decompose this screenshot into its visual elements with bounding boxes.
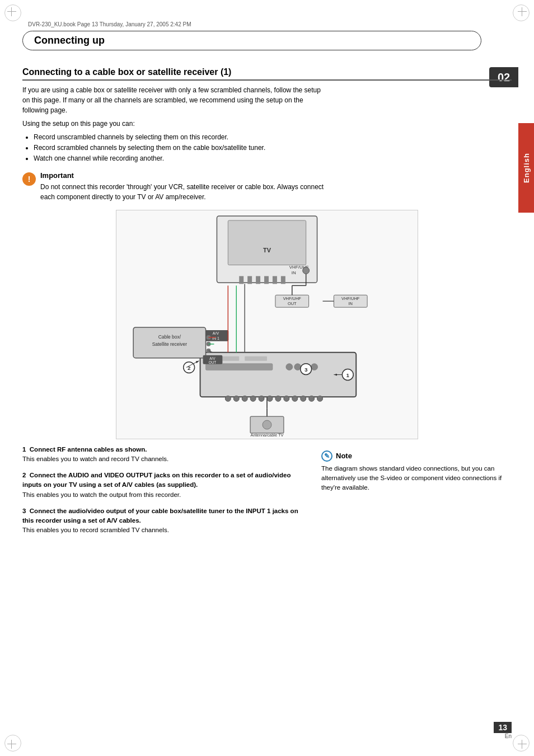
svg-text:3: 3 xyxy=(305,366,308,372)
connection-diagram: TV VHF/UHF IN VHF/UHF OUT VHF/UHF IN xyxy=(116,210,418,439)
step-3: 3 Connect the audio/video output of your… xyxy=(22,506,310,536)
svg-point-29 xyxy=(242,396,247,401)
diagram-svg: TV VHF/UHF IN VHF/UHF OUT VHF/UHF IN xyxy=(116,210,418,439)
align-mark-tr xyxy=(518,7,527,16)
note-text: The diagram shows standard video connect… xyxy=(321,464,512,493)
svg-point-27 xyxy=(225,396,231,401)
important-content: Important Do not connect this recorder '… xyxy=(40,171,325,202)
file-meta: DVR-230_KU.book Page 13 Thursday, Januar… xyxy=(28,21,191,27)
svg-text:VHF/UHF: VHF/UHF xyxy=(341,296,360,301)
svg-point-33 xyxy=(275,396,281,401)
svg-rect-7 xyxy=(264,276,269,284)
steps-section: 1 Connect RF antenna cables as shown. Th… xyxy=(22,445,512,542)
svg-rect-5 xyxy=(247,276,252,284)
step-1-title: Connect RF antenna cables as shown. xyxy=(30,446,147,453)
svg-text:1: 1 xyxy=(346,372,350,378)
svg-text:IN: IN xyxy=(292,270,296,275)
step-2-title: Connect the AUDIO and VIDEO OUTPUT jacks… xyxy=(22,472,291,488)
step-2-detail: This enables you to watch the output fro… xyxy=(22,490,310,500)
page-number-area: 13 En xyxy=(494,722,512,739)
section-heading: Connecting to a cable box or satellite r… xyxy=(22,67,512,81)
svg-text:OUT: OUT xyxy=(288,301,297,306)
bullet-item: Record unscrambled channels by selecting… xyxy=(34,132,313,143)
svg-text:OUT: OUT xyxy=(209,360,217,364)
align-mark-tl xyxy=(7,7,16,16)
important-box: ! Important Do not connect this recorder… xyxy=(22,171,325,202)
svg-point-55 xyxy=(263,420,271,429)
svg-point-36 xyxy=(301,396,306,401)
step-1-detail: This enables you to watch and record TV … xyxy=(22,454,310,464)
svg-point-24 xyxy=(294,363,301,370)
page-title: Connecting up xyxy=(34,35,105,46)
svg-point-35 xyxy=(292,396,298,401)
important-icon: ! xyxy=(22,172,36,186)
header-bar: Connecting up xyxy=(22,31,481,50)
important-text: Do not connect this recorder 'through' y… xyxy=(40,182,325,202)
step-2: 2 Connect the AUDIO and VIDEO OUTPUT jac… xyxy=(22,471,310,500)
svg-point-32 xyxy=(267,396,273,401)
svg-point-38 xyxy=(317,396,323,401)
steps-list: 1 Connect RF antenna cables as shown. Th… xyxy=(22,445,310,542)
note-box: ✎ Note The diagram shows standard video … xyxy=(321,450,512,542)
svg-text:wall outlet: wall outlet xyxy=(257,438,277,439)
svg-rect-21 xyxy=(245,356,267,360)
feature-list: Record unscrambled channels by selecting… xyxy=(22,132,313,165)
page-number-badge: 13 xyxy=(494,722,512,733)
svg-point-26 xyxy=(311,363,318,370)
bullet-item: Record scrambled channels by selecting t… xyxy=(34,143,313,153)
intro-paragraph-2: Using the setup on this page you can: xyxy=(22,119,325,129)
svg-text:Satellite receiver: Satellite receiver xyxy=(152,341,188,346)
svg-rect-4 xyxy=(239,276,243,284)
align-mark-bl xyxy=(7,740,16,749)
svg-text:Cable box/: Cable box/ xyxy=(158,334,181,339)
align-mark-br xyxy=(518,740,527,749)
svg-rect-8 xyxy=(273,276,277,284)
step-2-number: 2 xyxy=(22,472,26,478)
language-bar: English xyxy=(518,123,534,213)
main-content: Connecting up Connecting to a cable box … xyxy=(22,31,512,734)
bullet-item: Watch one channel while recording anothe… xyxy=(34,153,313,164)
page-lang-suffix: En xyxy=(494,733,512,739)
svg-point-30 xyxy=(250,396,256,401)
step-3-number: 3 xyxy=(22,508,26,514)
step-3-title: Connect the audio/video output of your c… xyxy=(22,508,298,524)
language-label: English xyxy=(522,153,531,183)
note-header: ✎ Note xyxy=(321,450,512,462)
svg-point-31 xyxy=(259,396,264,401)
svg-rect-6 xyxy=(256,276,260,284)
svg-rect-9 xyxy=(281,276,285,284)
note-icon: ✎ xyxy=(321,450,332,462)
svg-point-28 xyxy=(233,396,239,401)
svg-point-37 xyxy=(309,396,315,401)
svg-point-23 xyxy=(286,363,293,370)
svg-point-12 xyxy=(303,267,310,274)
important-title: Important xyxy=(40,171,325,180)
svg-text:A/V: A/V xyxy=(209,356,216,360)
svg-rect-22 xyxy=(206,363,273,370)
intro-paragraph-1: If you are using a cable box or satellit… xyxy=(22,85,325,115)
note-title: Note xyxy=(336,452,352,460)
step-3-detail: This enables you to record scrambled TV … xyxy=(22,525,310,535)
svg-text:TV: TV xyxy=(263,246,271,253)
svg-text:A/V: A/V xyxy=(213,331,219,335)
svg-rect-2 xyxy=(228,220,306,265)
svg-text:Antenna/cable TV: Antenna/cable TV xyxy=(250,433,283,438)
svg-text:IN: IN xyxy=(349,301,353,306)
svg-point-34 xyxy=(284,396,289,401)
step-1: 1 Connect RF antenna cables as shown. Th… xyxy=(22,445,310,464)
svg-text:IN 1: IN 1 xyxy=(212,336,219,340)
svg-text:VHF/UHF: VHF/UHF xyxy=(283,296,302,301)
step-1-number: 1 xyxy=(22,446,26,453)
